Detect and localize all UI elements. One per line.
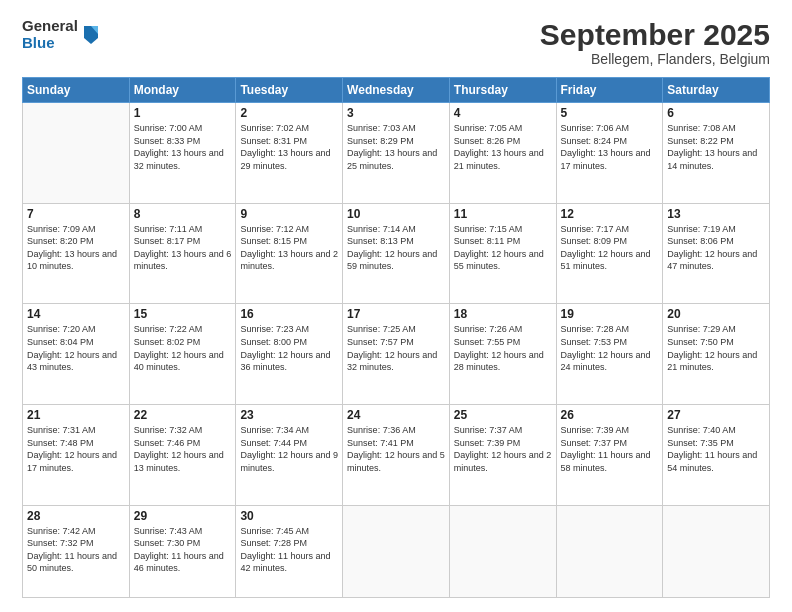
calendar-cell: 15Sunrise: 7:22 AM Sunset: 8:02 PM Dayli…	[129, 304, 236, 405]
cell-info: Sunrise: 7:39 AM Sunset: 7:37 PM Dayligh…	[561, 424, 659, 474]
day-number: 11	[454, 207, 552, 221]
calendar-table: Sunday Monday Tuesday Wednesday Thursday…	[22, 77, 770, 598]
calendar-week-2: 7Sunrise: 7:09 AM Sunset: 8:20 PM Daylig…	[23, 203, 770, 304]
cell-info: Sunrise: 7:02 AM Sunset: 8:31 PM Dayligh…	[240, 122, 338, 172]
cell-info: Sunrise: 7:43 AM Sunset: 7:30 PM Dayligh…	[134, 525, 232, 575]
cell-info: Sunrise: 7:14 AM Sunset: 8:13 PM Dayligh…	[347, 223, 445, 273]
calendar-week-4: 21Sunrise: 7:31 AM Sunset: 7:48 PM Dayli…	[23, 404, 770, 505]
header-friday: Friday	[556, 78, 663, 103]
day-number: 6	[667, 106, 765, 120]
day-number: 5	[561, 106, 659, 120]
cell-info: Sunrise: 7:34 AM Sunset: 7:44 PM Dayligh…	[240, 424, 338, 474]
day-number: 17	[347, 307, 445, 321]
logo-blue: Blue	[22, 35, 78, 52]
cell-info: Sunrise: 7:22 AM Sunset: 8:02 PM Dayligh…	[134, 323, 232, 373]
calendar-cell: 13Sunrise: 7:19 AM Sunset: 8:06 PM Dayli…	[663, 203, 770, 304]
calendar-week-3: 14Sunrise: 7:20 AM Sunset: 8:04 PM Dayli…	[23, 304, 770, 405]
day-number: 2	[240, 106, 338, 120]
day-number: 27	[667, 408, 765, 422]
cell-info: Sunrise: 7:45 AM Sunset: 7:28 PM Dayligh…	[240, 525, 338, 575]
calendar-cell	[556, 505, 663, 597]
calendar-cell: 24Sunrise: 7:36 AM Sunset: 7:41 PM Dayli…	[343, 404, 450, 505]
calendar-cell: 25Sunrise: 7:37 AM Sunset: 7:39 PM Dayli…	[449, 404, 556, 505]
calendar-cell: 9Sunrise: 7:12 AM Sunset: 8:15 PM Daylig…	[236, 203, 343, 304]
calendar-cell: 19Sunrise: 7:28 AM Sunset: 7:53 PM Dayli…	[556, 304, 663, 405]
calendar-week-5: 28Sunrise: 7:42 AM Sunset: 7:32 PM Dayli…	[23, 505, 770, 597]
calendar-cell	[663, 505, 770, 597]
day-number: 21	[27, 408, 125, 422]
header-wednesday: Wednesday	[343, 78, 450, 103]
day-number: 24	[347, 408, 445, 422]
day-number: 10	[347, 207, 445, 221]
calendar-cell: 23Sunrise: 7:34 AM Sunset: 7:44 PM Dayli…	[236, 404, 343, 505]
calendar-cell: 29Sunrise: 7:43 AM Sunset: 7:30 PM Dayli…	[129, 505, 236, 597]
title-block: September 2025 Bellegem, Flanders, Belgi…	[540, 18, 770, 67]
day-number: 22	[134, 408, 232, 422]
calendar-cell: 14Sunrise: 7:20 AM Sunset: 8:04 PM Dayli…	[23, 304, 130, 405]
cell-info: Sunrise: 7:06 AM Sunset: 8:24 PM Dayligh…	[561, 122, 659, 172]
cell-info: Sunrise: 7:11 AM Sunset: 8:17 PM Dayligh…	[134, 223, 232, 273]
cell-info: Sunrise: 7:36 AM Sunset: 7:41 PM Dayligh…	[347, 424, 445, 474]
day-number: 20	[667, 307, 765, 321]
calendar-cell: 26Sunrise: 7:39 AM Sunset: 7:37 PM Dayli…	[556, 404, 663, 505]
day-number: 13	[667, 207, 765, 221]
day-number: 7	[27, 207, 125, 221]
day-number: 12	[561, 207, 659, 221]
day-number: 19	[561, 307, 659, 321]
cell-info: Sunrise: 7:32 AM Sunset: 7:46 PM Dayligh…	[134, 424, 232, 474]
calendar-cell: 10Sunrise: 7:14 AM Sunset: 8:13 PM Dayli…	[343, 203, 450, 304]
calendar-cell: 18Sunrise: 7:26 AM Sunset: 7:55 PM Dayli…	[449, 304, 556, 405]
cell-info: Sunrise: 7:29 AM Sunset: 7:50 PM Dayligh…	[667, 323, 765, 373]
calendar-cell	[449, 505, 556, 597]
calendar-cell: 3Sunrise: 7:03 AM Sunset: 8:29 PM Daylig…	[343, 103, 450, 204]
calendar-cell: 22Sunrise: 7:32 AM Sunset: 7:46 PM Dayli…	[129, 404, 236, 505]
cell-info: Sunrise: 7:12 AM Sunset: 8:15 PM Dayligh…	[240, 223, 338, 273]
cell-info: Sunrise: 7:03 AM Sunset: 8:29 PM Dayligh…	[347, 122, 445, 172]
calendar-cell: 5Sunrise: 7:06 AM Sunset: 8:24 PM Daylig…	[556, 103, 663, 204]
day-number: 18	[454, 307, 552, 321]
cell-info: Sunrise: 7:15 AM Sunset: 8:11 PM Dayligh…	[454, 223, 552, 273]
day-number: 14	[27, 307, 125, 321]
day-number: 23	[240, 408, 338, 422]
cell-info: Sunrise: 7:40 AM Sunset: 7:35 PM Dayligh…	[667, 424, 765, 474]
day-number: 9	[240, 207, 338, 221]
cell-info: Sunrise: 7:19 AM Sunset: 8:06 PM Dayligh…	[667, 223, 765, 273]
header-sunday: Sunday	[23, 78, 130, 103]
cell-info: Sunrise: 7:20 AM Sunset: 8:04 PM Dayligh…	[27, 323, 125, 373]
day-number: 8	[134, 207, 232, 221]
calendar-cell: 6Sunrise: 7:08 AM Sunset: 8:22 PM Daylig…	[663, 103, 770, 204]
day-number: 29	[134, 509, 232, 523]
month-title: September 2025	[540, 18, 770, 51]
day-number: 3	[347, 106, 445, 120]
day-number: 30	[240, 509, 338, 523]
calendar-cell: 4Sunrise: 7:05 AM Sunset: 8:26 PM Daylig…	[449, 103, 556, 204]
calendar-cell: 16Sunrise: 7:23 AM Sunset: 8:00 PM Dayli…	[236, 304, 343, 405]
calendar-cell: 30Sunrise: 7:45 AM Sunset: 7:28 PM Dayli…	[236, 505, 343, 597]
page: General Blue September 2025 Bellegem, Fl…	[0, 0, 792, 612]
calendar-cell: 20Sunrise: 7:29 AM Sunset: 7:50 PM Dayli…	[663, 304, 770, 405]
calendar-cell: 27Sunrise: 7:40 AM Sunset: 7:35 PM Dayli…	[663, 404, 770, 505]
location: Bellegem, Flanders, Belgium	[540, 51, 770, 67]
calendar-week-1: 1Sunrise: 7:00 AM Sunset: 8:33 PM Daylig…	[23, 103, 770, 204]
calendar-cell	[23, 103, 130, 204]
day-number: 15	[134, 307, 232, 321]
calendar-cell	[343, 505, 450, 597]
calendar-cell: 21Sunrise: 7:31 AM Sunset: 7:48 PM Dayli…	[23, 404, 130, 505]
cell-info: Sunrise: 7:23 AM Sunset: 8:00 PM Dayligh…	[240, 323, 338, 373]
cell-info: Sunrise: 7:17 AM Sunset: 8:09 PM Dayligh…	[561, 223, 659, 273]
cell-info: Sunrise: 7:26 AM Sunset: 7:55 PM Dayligh…	[454, 323, 552, 373]
calendar-cell: 11Sunrise: 7:15 AM Sunset: 8:11 PM Dayli…	[449, 203, 556, 304]
header-thursday: Thursday	[449, 78, 556, 103]
cell-info: Sunrise: 7:28 AM Sunset: 7:53 PM Dayligh…	[561, 323, 659, 373]
calendar-cell: 17Sunrise: 7:25 AM Sunset: 7:57 PM Dayli…	[343, 304, 450, 405]
logo-general: General	[22, 18, 78, 35]
calendar-cell: 12Sunrise: 7:17 AM Sunset: 8:09 PM Dayli…	[556, 203, 663, 304]
cell-info: Sunrise: 7:00 AM Sunset: 8:33 PM Dayligh…	[134, 122, 232, 172]
cell-info: Sunrise: 7:09 AM Sunset: 8:20 PM Dayligh…	[27, 223, 125, 273]
logo: General Blue	[22, 18, 100, 51]
day-number: 4	[454, 106, 552, 120]
header-tuesday: Tuesday	[236, 78, 343, 103]
day-number: 1	[134, 106, 232, 120]
cell-info: Sunrise: 7:08 AM Sunset: 8:22 PM Dayligh…	[667, 122, 765, 172]
logo-icon	[82, 24, 100, 46]
